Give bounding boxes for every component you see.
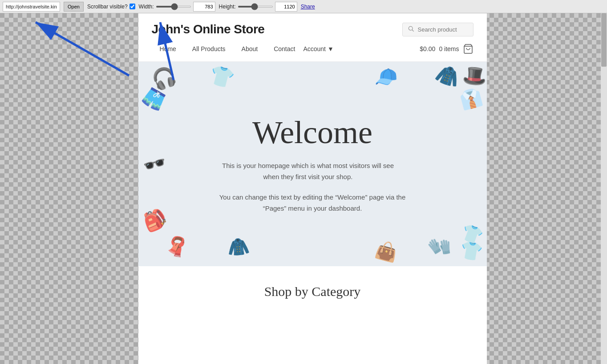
hero-title: Welcome	[219, 114, 406, 151]
deco-polo: 👔	[457, 86, 484, 112]
share-label[interactable]: Share	[301, 4, 315, 10]
site-header: John's Online Store	[138, 13, 487, 36]
scrollbar-label: Scrollbar visible?	[87, 4, 128, 10]
deco-sunglasses: 🕶️	[140, 151, 168, 178]
nav-cart[interactable]: $0.00 0 items	[420, 44, 473, 54]
nav-all-products[interactable]: All Products	[184, 43, 234, 55]
search-box	[402, 23, 473, 36]
shop-category-title: Shop by Category	[152, 284, 473, 299]
hero-banner: 🎧 👕 🧢 🧥 🎩 🩳 👔 🎒 🧣 🧥 👜 🧤 👕 🕶️ 👕 Welcome T…	[138, 62, 487, 266]
shop-category-section: Shop by Category	[138, 266, 487, 308]
deco-beanie: 🧣	[163, 234, 190, 259]
svg-line-5	[412, 30, 413, 31]
deco-backpack: 🎒	[139, 205, 170, 234]
width-label: Width:	[139, 4, 154, 10]
deco-jacket-2: 🧥	[227, 236, 251, 258]
nav-home[interactable]: Home	[152, 43, 184, 55]
height-group: Height: 1120	[219, 2, 297, 12]
deco-cap: 🧢	[371, 64, 399, 91]
deco-gloves: 🧤	[425, 232, 454, 261]
deco-jacket-1: 🧥	[432, 62, 463, 91]
hero-text: Welcome This is your homepage which is w…	[219, 114, 406, 214]
scrollbar-track[interactable]	[601, 13, 607, 364]
nav-contact[interactable]: Contact	[266, 43, 303, 55]
width-slider[interactable]	[156, 6, 191, 8]
open-button[interactable]: Open	[64, 2, 84, 12]
deco-tshirt-1: 👕	[207, 63, 237, 91]
width-group: Width: 783	[139, 2, 215, 12]
scrollbar-toggle-group: Scrollbar visible?	[87, 4, 135, 10]
nav-left: Home All Products About Contact Account …	[152, 43, 334, 55]
account-label: Account	[303, 45, 326, 52]
cart-icon	[463, 44, 473, 54]
site-title: John's Online Store	[152, 22, 265, 36]
nav-about[interactable]: About	[234, 43, 266, 55]
height-slider[interactable]	[238, 6, 273, 8]
scrollbar-thumb[interactable]	[601, 13, 607, 67]
browser-toolbar: http://johnstravelsite.kin Open Scrollba…	[0, 0, 607, 13]
site-container: John's Online Store Home All Products Ab…	[138, 13, 487, 364]
deco-hat: 🎩	[461, 63, 486, 88]
cart-price: $0.00	[420, 45, 435, 52]
svg-line-2	[36, 22, 129, 76]
search-input[interactable]	[418, 26, 468, 33]
hero-description: You can change this text by editing the …	[219, 192, 406, 214]
url-bar[interactable]: http://johnstravelsite.kin	[3, 2, 60, 12]
page-outer: John's Online Store Home All Products Ab…	[0, 13, 607, 364]
site-nav: Home All Products About Contact Account …	[138, 36, 487, 62]
chevron-down-icon: ▼	[328, 45, 334, 52]
height-label: Height:	[219, 4, 236, 10]
scrollbar-checkbox[interactable]	[129, 4, 135, 9]
deco-belt: 👜	[373, 238, 400, 264]
search-icon	[408, 26, 414, 33]
cart-items-count: 0 items	[439, 45, 459, 52]
width-input[interactable]: 783	[193, 2, 215, 12]
height-input[interactable]: 1120	[275, 2, 297, 12]
nav-account[interactable]: Account ▼	[303, 45, 333, 52]
hero-subtitle: This is your homepage which is what most…	[219, 160, 397, 183]
